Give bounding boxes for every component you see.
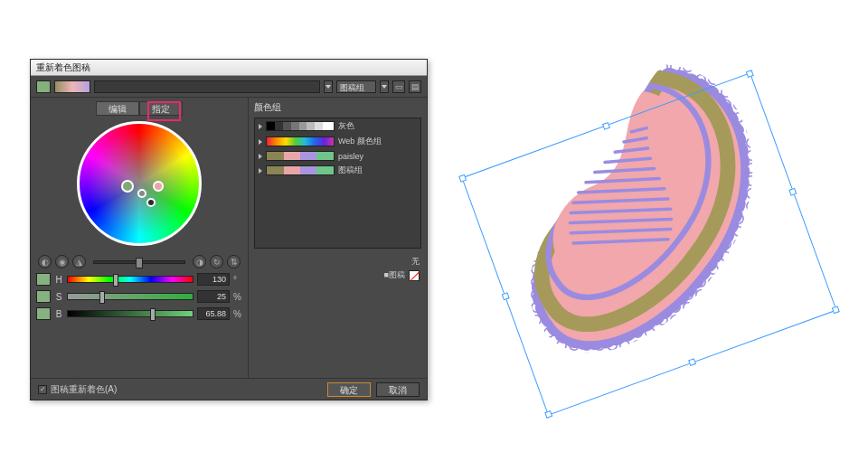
hsb-label: H: [54, 275, 63, 285]
recolor-art-label: ■图稿: [384, 269, 405, 281]
brightness-slider[interactable]: [93, 260, 185, 264]
cancel-button[interactable]: 取消: [376, 382, 420, 397]
tab-assign[interactable]: 指定: [139, 101, 183, 116]
hsb-value-field[interactable]: 130: [197, 273, 230, 286]
recolor-dialog: 重新着色图稿 图稿组 ▭ ▤ 编辑 指定 ◐ ◉ ◮ ◑ ↻: [30, 59, 428, 400]
hsb-value-field[interactable]: 65.88: [197, 307, 230, 320]
color-groups-list: 灰色Web 颜色组paisley图稿组: [254, 118, 421, 249]
color-group-row[interactable]: Web 颜色组: [255, 134, 420, 149]
recolor-checkbox-row[interactable]: ✓ 图稿重新着色(A): [38, 383, 117, 396]
mode-segmented-wheel-icon[interactable]: ◉: [55, 255, 69, 268]
tab-strip: 编辑 指定: [36, 101, 242, 116]
preset-field[interactable]: [94, 80, 320, 93]
hsb-value-field[interactable]: 25: [197, 290, 230, 303]
wheel-handle[interactable]: [137, 189, 146, 198]
hsb-slider[interactable]: [67, 276, 193, 283]
chevron-down-icon: [382, 85, 387, 89]
hsb-unit: °: [233, 275, 242, 285]
dialog-footer: ✓ 图稿重新着色(A) 确定 取消: [31, 378, 427, 400]
color-group-swatches: [266, 137, 335, 146]
selection-handle[interactable]: [602, 122, 610, 130]
dialog-button-row: 确定 取消: [327, 382, 420, 397]
hsb-row-h: H130°: [36, 273, 242, 286]
recolor-checkbox-label: 图稿重新着色(A): [51, 383, 117, 396]
reset-colors-icon[interactable]: ↻: [210, 255, 223, 268]
color-group-name-field[interactable]: 图稿组: [336, 80, 376, 93]
wheel-handle[interactable]: [146, 198, 156, 207]
hsb-swatch: [36, 290, 51, 303]
hsb-label: B: [54, 309, 63, 319]
wheel-mode-row: ◐ ◉ ◮ ◑ ↻ ⇅: [36, 255, 242, 268]
hsb-row-s: S25%: [36, 290, 242, 303]
disclosure-triangle-icon[interactable]: [259, 139, 262, 145]
hsb-row-b: B65.88%: [36, 307, 242, 320]
none-color-row: 无: [254, 256, 421, 268]
hsb-slider[interactable]: [67, 310, 193, 317]
color-wheel[interactable]: [77, 121, 202, 246]
dialog-main: 编辑 指定 ◐ ◉ ◮ ◑ ↻ ⇅ H130°S25%B65.88% 颜色组 灰…: [31, 98, 427, 378]
harmony-link-icon[interactable]: ◑: [193, 255, 206, 268]
selection-handle[interactable]: [832, 306, 840, 314]
none-swatch-icon[interactable]: [409, 270, 420, 281]
wheel-handle[interactable]: [121, 180, 134, 193]
color-group-row[interactable]: paisley: [255, 149, 420, 163]
mode-bars-icon[interactable]: ◮: [72, 255, 86, 268]
hsb-swatch: [36, 273, 51, 286]
artwork-colors-strip[interactable]: [54, 80, 90, 93]
color-group-name: paisley: [338, 152, 363, 161]
wheel-handle[interactable]: [153, 181, 164, 192]
color-group-dropdown-button[interactable]: [380, 80, 389, 93]
mode-smooth-wheel-icon[interactable]: ◐: [38, 255, 52, 268]
random-order-icon[interactable]: ⇅: [227, 255, 241, 268]
tab-edit[interactable]: 编辑: [96, 101, 139, 116]
hsb-unit: %: [233, 309, 242, 319]
selection-handle[interactable]: [458, 174, 467, 183]
color-groups-pane: 颜色组 灰色Web 颜色组paisley图稿组 无 ■图稿: [248, 98, 427, 378]
none-label: 无: [411, 256, 420, 268]
canvas-area: [488, 23, 832, 429]
dialog-title: 重新着色图稿: [31, 60, 427, 76]
color-wheel-wrap: [36, 121, 242, 246]
top-toolbar: 图稿组 ▭ ▤: [31, 76, 427, 98]
hsb-label: S: [54, 292, 63, 302]
recolor-checkbox[interactable]: ✓: [38, 385, 47, 394]
chevron-down-icon: [326, 85, 331, 89]
color-group-name: Web 颜色组: [338, 136, 382, 147]
hsb-swatch: [36, 307, 51, 320]
hsb-unit: %: [233, 292, 242, 302]
ok-button[interactable]: 确定: [327, 382, 371, 397]
active-color-swatch[interactable]: [36, 80, 51, 93]
color-group-swatches: [266, 121, 335, 131]
color-group-swatches: [266, 165, 335, 175]
save-group-icon[interactable]: ▤: [409, 80, 421, 93]
color-groups-title: 颜色组: [254, 101, 421, 114]
color-group-name: 图稿组: [338, 165, 363, 176]
preset-dropdown-button[interactable]: [324, 80, 333, 93]
selection-handle[interactable]: [502, 292, 510, 300]
disclosure-triangle-icon[interactable]: [259, 168, 262, 174]
edit-pane: 编辑 指定 ◐ ◉ ◮ ◑ ↻ ⇅ H130°S25%B65.88%: [31, 98, 248, 378]
color-group-row[interactable]: 图稿组: [255, 163, 420, 178]
folder-icon[interactable]: ▭: [392, 80, 405, 93]
color-group-swatches: [266, 151, 335, 161]
disclosure-triangle-icon[interactable]: [259, 154, 262, 159]
hsb-slider[interactable]: [67, 293, 193, 300]
disclosure-triangle-icon[interactable]: [259, 124, 262, 129]
hsb-controls: H130°S25%B65.88%: [36, 273, 242, 320]
color-group-name: 灰色: [338, 120, 354, 132]
color-group-row[interactable]: 灰色: [255, 118, 420, 134]
